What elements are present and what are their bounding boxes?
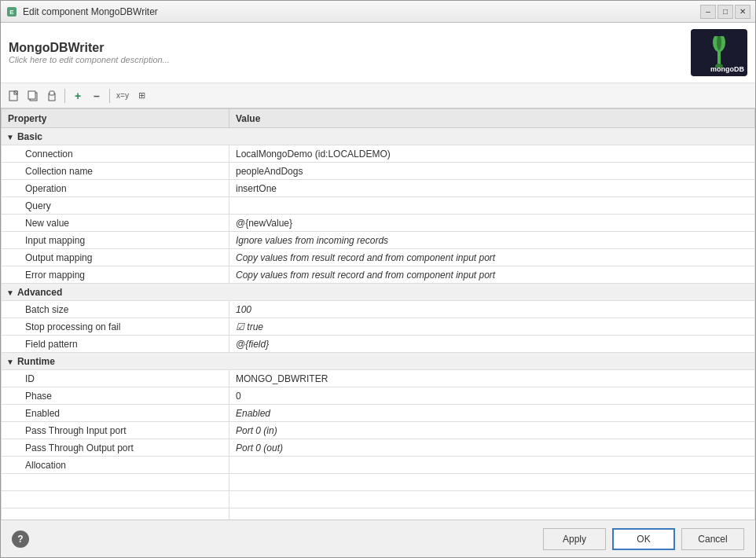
remove-button[interactable]: – xyxy=(88,87,105,105)
copy-button[interactable] xyxy=(24,87,42,105)
mongodb-logo: mongoDB xyxy=(691,29,747,76)
component-title: MongoDBWriter xyxy=(9,41,170,55)
component-description[interactable]: Click here to edit component description… xyxy=(9,55,170,64)
header-left: MongoDBWriter Click here to edit compone… xyxy=(9,41,170,64)
table-row[interactable]: Pass Through Input portPort 0 (in) xyxy=(2,422,755,439)
property-cell: Batch size xyxy=(2,301,229,318)
section-row-runtime[interactable]: ▼Runtime xyxy=(2,353,755,370)
empty-row xyxy=(2,508,755,520)
table-header-row: Property Value xyxy=(2,109,755,128)
section-arrow: ▼ xyxy=(6,288,14,297)
value-cell[interactable] xyxy=(229,197,755,215)
value-cell[interactable]: ☑ true xyxy=(229,318,755,336)
property-cell: Operation xyxy=(2,180,229,197)
empty-row xyxy=(2,491,755,508)
table-row[interactable]: Phase0 xyxy=(2,387,755,405)
table-row[interactable]: OperationinsertOne xyxy=(2,180,755,197)
help-button[interactable]: ? xyxy=(12,530,29,548)
section-row-advanced[interactable]: ▼Advanced xyxy=(2,284,755,301)
property-cell: Field pattern xyxy=(2,336,229,353)
value-cell[interactable]: LocalMongoDemo (id:LOCALDEMO) xyxy=(229,145,755,163)
svg-rect-12 xyxy=(50,91,54,95)
section-arrow: ▼ xyxy=(6,358,14,366)
main-window: E Edit component MongoDBWriter – □ ✕ Mon… xyxy=(0,0,756,558)
window-icon: E xyxy=(6,6,18,18)
section-arrow: ▼ xyxy=(6,133,14,141)
property-cell: Connection xyxy=(2,145,229,163)
section-row-basic[interactable]: ▼Basic xyxy=(2,128,755,145)
property-cell: ID xyxy=(2,370,229,387)
logo-text: mongoDB xyxy=(710,65,744,73)
toolbar: + – x=y ⊞ xyxy=(1,83,755,108)
value-cell[interactable]: Port 0 (out) xyxy=(229,439,755,457)
property-cell: Input mapping xyxy=(2,232,229,249)
svg-text:E: E xyxy=(9,9,14,16)
property-cell: Pass Through Output port xyxy=(2,439,229,457)
minimize-button[interactable]: – xyxy=(700,5,716,19)
expand-button[interactable]: ⊞ xyxy=(133,87,150,105)
apply-button[interactable]: Apply xyxy=(543,528,606,550)
value-cell[interactable]: insertOne xyxy=(229,180,755,197)
property-cell: Stop processing on fail xyxy=(2,318,229,336)
footer-buttons: Apply OK Cancel xyxy=(543,528,744,550)
empty-row xyxy=(2,474,755,491)
svg-rect-10 xyxy=(28,91,35,99)
value-cell[interactable]: @{field} xyxy=(229,336,755,353)
value-cell[interactable]: MONGO_DBWRITER xyxy=(229,370,755,387)
value-cell[interactable]: Copy values from result record and from … xyxy=(229,249,755,266)
value-cell[interactable]: @{newValue} xyxy=(229,215,755,232)
value-cell[interactable]: Port 0 (in) xyxy=(229,422,755,439)
table-row[interactable]: New value@{newValue} xyxy=(2,215,755,232)
title-bar-text: Edit component MongoDBWriter xyxy=(23,6,700,17)
property-cell: Pass Through Input port xyxy=(2,422,229,439)
cancel-button[interactable]: Cancel xyxy=(681,528,744,550)
value-cell[interactable]: peopleAndDogs xyxy=(229,163,755,180)
properties-table: Property Value ▼BasicConnectionLocalMong… xyxy=(1,108,755,519)
property-cell: Collection name xyxy=(2,163,229,180)
paste-button[interactable] xyxy=(43,87,61,105)
table-row[interactable]: Pass Through Output portPort 0 (out) xyxy=(2,439,755,457)
toolbar-separator-2 xyxy=(109,89,110,103)
value-cell[interactable]: Ignore values from incoming records xyxy=(229,232,755,249)
value-cell[interactable]: 0 xyxy=(229,387,755,405)
table-row[interactable]: Error mappingCopy values from result rec… xyxy=(2,266,755,284)
close-button[interactable]: ✕ xyxy=(735,5,750,19)
table-row[interactable]: ConnectionLocalMongoDemo (id:LOCALDEMO) xyxy=(2,145,755,163)
new-button[interactable] xyxy=(6,87,23,105)
value-header: Value xyxy=(229,109,755,128)
property-cell: Query xyxy=(2,197,229,215)
value-cell[interactable]: Enabled xyxy=(229,405,755,422)
table-row[interactable]: Batch size100 xyxy=(2,301,755,318)
formula-button[interactable]: x=y xyxy=(114,87,131,105)
property-cell: New value xyxy=(2,215,229,232)
ok-button[interactable]: OK xyxy=(612,528,675,550)
table-row[interactable]: Output mappingCopy values from result re… xyxy=(2,249,755,266)
property-cell: Phase xyxy=(2,387,229,405)
content-area: Property Value ▼BasicConnectionLocalMong… xyxy=(1,108,755,519)
value-cell[interactable]: 100 xyxy=(229,301,755,318)
footer: ? Apply OK Cancel xyxy=(1,519,755,557)
maximize-button[interactable]: □ xyxy=(717,5,733,19)
value-cell[interactable]: Copy values from result record and from … xyxy=(229,266,755,284)
property-header: Property xyxy=(2,109,229,128)
table-row[interactable]: Allocation xyxy=(2,457,755,474)
title-bar: E Edit component MongoDBWriter – □ ✕ xyxy=(1,1,755,23)
add-button[interactable]: + xyxy=(69,87,86,105)
table-row[interactable]: Stop processing on fail☑ true xyxy=(2,318,755,336)
table-row[interactable]: Input mappingIgnore values from incoming… xyxy=(2,232,755,249)
toolbar-separator-1 xyxy=(64,89,65,103)
value-cell[interactable] xyxy=(229,457,755,474)
table-row[interactable]: Collection namepeopleAndDogs xyxy=(2,163,755,180)
table-row[interactable]: IDMONGO_DBWRITER xyxy=(2,370,755,387)
property-cell: Error mapping xyxy=(2,266,229,284)
table-row[interactable]: EnabledEnabled xyxy=(2,405,755,422)
table-row[interactable]: Field pattern@{field} xyxy=(2,336,755,353)
header: MongoDBWriter Click here to edit compone… xyxy=(1,23,755,83)
property-cell: Output mapping xyxy=(2,249,229,266)
property-cell: Enabled xyxy=(2,405,229,422)
property-cell: Allocation xyxy=(2,457,229,474)
table-row[interactable]: Query xyxy=(2,197,755,215)
title-bar-buttons: – □ ✕ xyxy=(700,5,750,19)
